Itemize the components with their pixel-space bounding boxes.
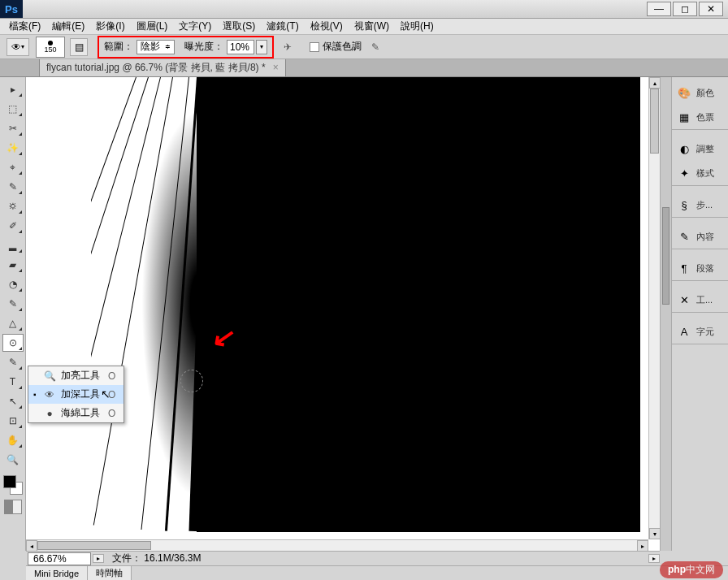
brush-panel-toggle[interactable]: ▤ — [70, 38, 88, 56]
menu-filter[interactable]: 濾鏡(T) — [261, 19, 304, 33]
range-dropdown[interactable]: 陰影 ≑ — [136, 40, 175, 54]
panel-history[interactable]: §步... — [672, 193, 728, 217]
tool-clone[interactable]: ▂ — [2, 236, 24, 254]
adjustments-icon: ◐ — [677, 142, 691, 155]
chevron-updown-icon: ≑ — [165, 43, 171, 50]
scroll-down-button[interactable]: ▾ — [649, 528, 660, 539]
exposure-input[interactable]: 10% — [227, 40, 254, 54]
range-value: 陰影 — [141, 40, 160, 54]
panel-styles[interactable]: ✦樣式 — [672, 161, 728, 185]
menu-view[interactable]: 檢視(V) — [305, 19, 349, 33]
tool-blur[interactable]: △ — [2, 314, 24, 332]
exposure-stepper[interactable]: ▾ — [256, 40, 267, 54]
protect-tones-checkbox[interactable] — [310, 42, 319, 52]
tool-brush[interactable]: ✐ — [2, 217, 24, 235]
minimize-button[interactable]: — — [647, 2, 671, 16]
menu-select[interactable]: 選取(S) — [217, 19, 261, 33]
styles-icon: ✦ — [677, 167, 691, 180]
tool-eyedropper[interactable]: ✎ — [2, 178, 24, 196]
panel-paragraph[interactable]: ¶段落 — [672, 256, 728, 280]
flyout-item-dodge[interactable]: 🔍 加亮工具 O — [28, 366, 124, 385]
zoom-level-input[interactable]: 66.67% — [28, 552, 91, 565]
flyout-shortcut: O — [108, 370, 115, 382]
brush-size-value: 150 — [44, 45, 56, 54]
quick-mask-toggle[interactable] — [4, 500, 22, 514]
brush-preset-picker[interactable]: 150 — [36, 37, 65, 58]
tool-pen[interactable]: ✎ — [2, 353, 24, 371]
exposure-label: 曝光度： — [184, 40, 223, 54]
panel-character[interactable]: A字元 — [672, 319, 728, 344]
tool-zoom[interactable]: 🔍 — [2, 451, 24, 469]
tool-healing[interactable]: ⛭ — [2, 197, 24, 215]
range-label: 範圍： — [104, 40, 133, 54]
panel-adjustments[interactable]: ◐調整 — [672, 136, 728, 161]
sponge-icon: ● — [41, 408, 58, 419]
zoom-menu-arrow[interactable]: ▸ — [93, 554, 104, 563]
panel-properties[interactable]: ✎內容 — [672, 224, 728, 249]
hscroll-thumb[interactable] — [37, 541, 151, 550]
canvas-area[interactable]: ↙ ▴ ▾ ◂ ▸ — [26, 77, 660, 551]
brush-cursor-indicator — [180, 370, 203, 392]
close-button[interactable]: ✕ — [699, 2, 723, 16]
tool-move[interactable]: ▸ — [2, 80, 24, 98]
menu-file[interactable]: 檔案(F) — [3, 19, 46, 33]
current-tool-icon[interactable]: 👁▾ — [6, 38, 29, 56]
document-tab[interactable]: flycan tutorial.jpg @ 66.7% (背景 拷貝, 藍 拷貝… — [39, 58, 286, 76]
tool-hand[interactable]: ✋ — [2, 431, 24, 449]
exposure-value: 10% — [230, 41, 249, 53]
vertical-scrollbar[interactable]: ▴ ▾ — [648, 77, 660, 539]
status-menu-arrow[interactable]: ▸ — [648, 554, 660, 563]
tool-type[interactable]: T — [2, 373, 24, 391]
tool-eraser[interactable]: ◔ — [2, 275, 24, 293]
paragraph-icon: ¶ — [677, 262, 691, 275]
menu-edit[interactable]: 編輯(E) — [46, 19, 90, 33]
tools-panel: ▸ ⬚ ✂ ✨ ⌖ ✎ ⛭ ✐ ▂ ▰ ◔ ✎ △ ⊙ ✎ T ↖ ⊡ ✋ 🔍 — [0, 77, 26, 551]
title-bar: Ps — ◻ ✕ — [0, 0, 728, 19]
panel-swatches[interactable]: ▦色票 — [672, 105, 728, 129]
scroll-up-button[interactable]: ▴ — [649, 77, 660, 89]
tool-magic-wand[interactable]: ✨ — [2, 139, 24, 157]
hscroll-track[interactable] — [37, 540, 637, 551]
menu-help[interactable]: 說明(H) — [395, 19, 440, 33]
flyout-item-sponge[interactable]: ● 海綿工具 O — [28, 404, 124, 422]
maximize-button[interactable]: ◻ — [673, 2, 697, 16]
panel-color[interactable]: 🎨顏色 — [672, 80, 728, 105]
menu-window[interactable]: 視窗(W) — [349, 19, 395, 33]
tool-lasso[interactable]: ✂ — [2, 119, 24, 137]
status-bar: 66.67% ▸ 文件： 16.1M/36.3M ▸ — [26, 551, 660, 565]
tool-path-select[interactable]: ↖ — [2, 392, 24, 410]
tab-mini-bridge[interactable]: Mini Bridge — [26, 566, 88, 580]
menu-image[interactable]: 影像(I) — [90, 19, 130, 33]
menu-type[interactable]: 文字(Y) — [173, 19, 217, 33]
tool-shape[interactable]: ⊡ — [2, 412, 24, 430]
scroll-left-button[interactable]: ◂ — [26, 540, 37, 551]
canvas-image[interactable]: ↙ — [26, 77, 640, 532]
tablet-pressure-toggle[interactable]: ✎ — [366, 38, 384, 56]
protect-tones-label: 保護色調 — [323, 40, 362, 54]
tool-dodge-burn[interactable]: ⊙ — [2, 334, 24, 352]
panel-tools[interactable]: ✕工... — [672, 288, 728, 312]
tool-crop[interactable]: ⌖ — [2, 158, 24, 176]
highlighted-options: 範圍： 陰影 ≑ 曝光度： 10% ▾ — [98, 36, 274, 58]
menu-bar: 檔案(F) 編輯(E) 影像(I) 圖層(L) 文字(Y) 選取(S) 濾鏡(T… — [0, 19, 728, 35]
flyout-label: 加亮工具 — [61, 369, 100, 383]
right-gutter-scroll[interactable] — [660, 77, 671, 551]
document-tab-strip: flycan tutorial.jpg @ 66.7% (背景 拷貝, 藍 拷貝… — [0, 59, 728, 77]
tool-history-brush[interactable]: ▰ — [2, 256, 24, 274]
color-swatches[interactable] — [3, 475, 23, 495]
foreground-color-swatch[interactable] — [3, 475, 16, 488]
menu-layer[interactable]: 圖層(L) — [131, 19, 174, 33]
tool-gradient[interactable]: ✎ — [2, 295, 24, 313]
vscroll-track[interactable] — [649, 89, 660, 528]
horizontal-scrollbar[interactable]: ◂ ▸ — [26, 539, 648, 551]
tab-timeline[interactable]: 時間軸 — [88, 566, 132, 580]
document-info[interactable]: 文件： 16.1M/36.3M — [104, 552, 209, 565]
airbrush-toggle[interactable]: ✈ — [279, 38, 297, 56]
flyout-shortcut: O — [108, 408, 115, 419]
tool-marquee[interactable]: ⬚ — [2, 100, 24, 118]
vscroll-thumb[interactable] — [650, 89, 659, 154]
tab-close-icon[interactable]: × — [273, 62, 279, 73]
flyout-item-burn[interactable]: ▪ 👁 加深工具 O — [28, 385, 124, 404]
scroll-right-button[interactable]: ▸ — [637, 540, 648, 551]
gutter-thumb[interactable] — [662, 207, 670, 305]
